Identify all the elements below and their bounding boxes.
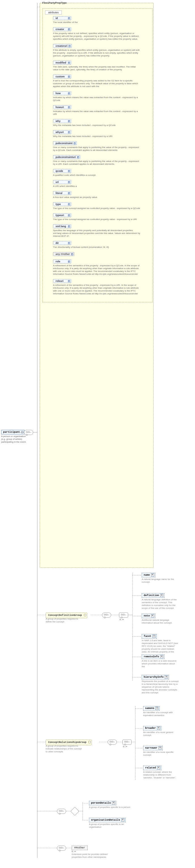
attribute-desc: The local identifier of the: [53, 21, 141, 24]
attribute-chip[interactable]: why: [53, 119, 71, 123]
element-desc: Additional natural language information …: [142, 619, 178, 624]
sequence-connector: [108, 740, 117, 745]
sequence-connector: [102, 613, 111, 618]
element-desc: In NAR 1.8 and later, facet is deprecate…: [142, 639, 178, 653]
attribute-desc: Specifies the language of this property …: [53, 229, 141, 238]
attribute-chip[interactable]: typeuri: [53, 213, 71, 217]
attribute-item: howuriIndicates by which means the value…: [53, 105, 141, 116]
sequence-connector: [24, 430, 33, 435]
group-concept-relationships-desc: A group of properties required to indica…: [45, 745, 83, 753]
attributes-label: attributes: [45, 10, 62, 14]
attribute-item: roleA refinement of the semantics of the…: [53, 259, 141, 276]
element-remoteinfo[interactable]: remoteInfo: [142, 654, 164, 659]
attribute-desc: If the property value is not defined, sp…: [53, 32, 141, 40]
attribute-chip[interactable]: xml:lang: [53, 224, 71, 228]
attribute-item: xml:langSpecifies the language of this p…: [53, 224, 141, 238]
attribute-item: howIndicates by which means the value wa…: [53, 91, 141, 102]
sequence-connector: [57, 846, 66, 851]
attribute-item: customIf set to true the corresponding p…: [53, 74, 141, 88]
attribute-desc: A qualified code which identifies a conc…: [53, 174, 141, 177]
attribute-item: literalA free-text value assigned as pro…: [53, 191, 141, 199]
element-persondetails[interactable]: personDetails: [89, 801, 116, 805]
attribute-chip[interactable]: pubconstraint: [53, 141, 77, 145]
attribute-chip[interactable]: id: [53, 16, 71, 20]
attribute-chip[interactable]: type: [53, 202, 71, 206]
attribute-chip[interactable]: pubconstrainturi: [53, 155, 80, 159]
attribute-chip[interactable]: dir: [53, 241, 71, 245]
attribute-item: creatorIf the property value is not defi…: [53, 27, 141, 40]
element-name[interactable]: name: [142, 573, 155, 577]
element-broader[interactable]: broader: [143, 726, 161, 731]
element-related[interactable]: related: [143, 766, 161, 770]
attribute-item: typeuriThe type of the concept assigned …: [53, 213, 141, 221]
group-concept-relationships[interactable]: ConceptRelationshipsGroup: [45, 740, 92, 745]
element-desc: A related concept, where the relationshi…: [143, 771, 180, 779]
attribute-chip[interactable]: qcode: [53, 169, 71, 173]
attribute-desc: Why the metadata has been included - exp…: [53, 124, 141, 127]
group-concept-definition[interactable]: ConceptDefinitionGroup: [45, 613, 87, 618]
extension-any[interactable]: ##other: [72, 846, 88, 850]
attribute-chip[interactable]: role: [53, 259, 71, 264]
attribute-desc: One or many constraints that apply to pu…: [53, 160, 141, 165]
attribute-desc: A refinement of the semantics of the pro…: [53, 264, 141, 276]
group-concept-definition-desc: A group of properties required to define…: [45, 618, 83, 623]
root-element-desc: A person or organisation (e.g. group of …: [1, 435, 27, 443]
element-desc: A natural language definition of the sem…: [142, 598, 178, 610]
attribute-chip[interactable]: roleuri: [53, 279, 71, 283]
element-definition[interactable]: definition: [142, 593, 164, 598]
attribute-item: uriA URI which identifies a: [53, 180, 141, 188]
element-organisationdetails[interactable]: organisationDetails: [89, 818, 126, 823]
element-desc: An identifier of a more specific concept…: [143, 751, 180, 756]
element-narrower[interactable]: narrower: [143, 746, 163, 750]
choice-connector: [70, 807, 79, 815]
element-hierarchyinfo[interactable]: hierarchyInfo: [142, 675, 169, 679]
attribute-desc: Indicates by which means the value was e…: [53, 110, 141, 116]
attribute-item: modifiedThe date (and, optionally, the t…: [53, 61, 141, 71]
element-desc: A link to an item or a web resource whic…: [142, 659, 178, 668]
group-concept-relationships-label: ConceptRelationshipsGroup: [48, 741, 87, 744]
element-note[interactable]: note: [142, 614, 155, 618]
attribute-chip[interactable]: creatoruri: [53, 44, 72, 48]
element-desc: A group of properties specific to an org…: [89, 823, 134, 829]
attribute-desc: If set to true the corresponding propert…: [53, 80, 141, 88]
root-element-label: participant: [3, 431, 20, 434]
attribute-item: idThe local identifier of the: [53, 16, 141, 24]
attribute-item: pubconstrainturiOne or many constraints …: [53, 155, 141, 165]
attribute-desc: If the attribute is empty, specifies whi…: [53, 49, 141, 57]
sequence-connector: [123, 740, 131, 745]
attribute-item: whyWhy the metadata has been included - …: [53, 119, 141, 127]
multiplicity: 0..∞: [72, 850, 76, 853]
element-desc: An identifier of a more generic concept.: [143, 731, 180, 737]
element-sameas[interactable]: sameAs: [143, 706, 160, 711]
sequence-connector: [57, 809, 66, 814]
attribute-chip[interactable]: modified: [53, 61, 71, 65]
multiplicity: 0..∞: [120, 618, 124, 621]
group-concept-definition-label: ConceptDefinitionGroup: [48, 614, 82, 617]
attribute-chip[interactable]: whyuri: [53, 130, 71, 134]
element-desc: An identifier of a concept with equivale…: [143, 711, 180, 717]
attribute-desc: Indicates by which means the value was e…: [53, 96, 141, 102]
attribute-item: dirThe directionality of textual content…: [53, 241, 141, 249]
element-desc: A group of properties specific to a pers…: [89, 806, 134, 809]
attribute-chip[interactable]: any ##other: [53, 252, 74, 256]
attribute-chip[interactable]: literal: [53, 191, 71, 195]
attribute-chip[interactable]: howuri: [53, 105, 71, 109]
attribute-item: pubconstraintOne or many constraints tha…: [53, 141, 141, 152]
attribute-item: typeThe type of the concept assigned as …: [53, 202, 141, 210]
attribute-item: any ##other: [53, 252, 141, 256]
attribute-desc: A URI which identifies a: [53, 185, 141, 188]
attribute-item: creatoruriIf the attribute is empty, spe…: [53, 44, 141, 57]
element-facet[interactable]: facet: [142, 634, 157, 639]
attribute-chip[interactable]: creator: [53, 27, 71, 31]
attribute-desc: The type of the concept assigned as cont…: [53, 207, 141, 210]
attribute-desc: The date (and, optionally, the time) whe…: [53, 65, 141, 71]
attribute-desc: One or many constraints that apply to pu…: [53, 146, 141, 152]
type-name: Flex1PartyPropType: [42, 1, 67, 4]
attribute-item: whyuriWhy the metadata has been included…: [53, 130, 141, 138]
attribute-chip[interactable]: custom: [53, 74, 71, 79]
extension-any-desc: Extension point for provider-defined pro…: [72, 853, 111, 859]
attribute-chip[interactable]: how: [53, 91, 71, 95]
attribute-chip[interactable]: uri: [53, 180, 71, 184]
attribute-desc: A refinement of the semantics of the pro…: [53, 284, 141, 295]
multiplicity: 0..∞: [123, 745, 127, 748]
